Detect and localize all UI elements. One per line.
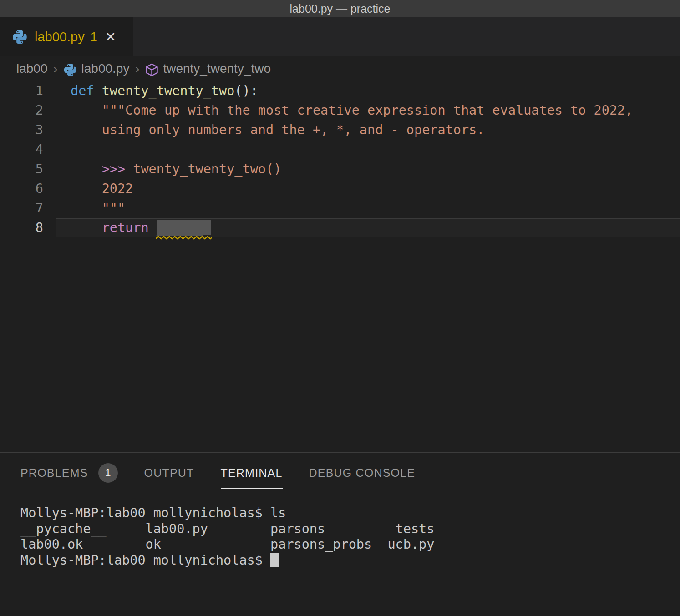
line-content [56,140,680,159]
code-token: """ [102,201,125,216]
line-content: return ______ [56,218,680,237]
code-token [71,181,102,196]
code-line[interactable]: 3 using only numbers and the +, *, and -… [0,120,680,140]
breadcrumb-file[interactable]: lab00.py [81,61,130,76]
terminal-cursor [270,553,279,567]
line-number: 6 [0,179,56,198]
terminal-line: Mollys-MBP:lab00 mollynicholas$ ls [20,505,680,521]
terminal-line: __pycache__ lab00.py parsons tests [20,521,680,537]
bottom-panel: PROBLEMS1OUTPUTTERMINALDEBUG CONSOLE Mol… [0,452,680,615]
line-content: def twenty_twenty_two(): [56,81,680,101]
line-content: """ [56,198,680,218]
line-number: 5 [0,159,56,179]
code-token [71,122,102,137]
terminal[interactable]: Mollys-MBP:lab00 mollynicholas$ ls__pyca… [0,493,680,568]
code-token: >>> [102,162,125,177]
code-line[interactable]: 5 >>> twenty_twenty_two() [0,159,680,179]
breadcrumb-folder[interactable]: lab00 [16,61,48,76]
line-number: 4 [0,140,56,159]
breadcrumb-symbol[interactable]: twenty_twenty_two [163,61,271,76]
python-icon [12,29,28,45]
panel-tab-debug-console[interactable]: DEBUG CONSOLE [309,453,416,493]
warning-squiggle-icon [156,236,212,240]
code-token: 2022 [102,181,133,196]
line-content: using only numbers and the +, *, and - o… [56,120,680,140]
terminal-line: Mollys-MBP:lab00 mollynicholas$ [20,553,680,569]
code-token: (): [234,83,258,98]
code-token: """Come up with the most creative expres… [102,103,633,118]
code-token [71,162,102,177]
code-token: using only numbers and the +, *, and - o… [102,122,485,137]
chevron-right-icon: › [135,61,139,76]
panel-tabs: PROBLEMS1OUTPUTTERMINALDEBUG CONSOLE [0,453,680,493]
line-content: """Come up with the most creative expres… [56,101,680,120]
line-number: 2 [0,101,56,120]
symbol-cube-icon [145,63,159,77]
line-content: >>> twenty_twenty_two() [56,159,680,179]
terminal-line: lab00.ok ok parsons_probs ucb.py [20,537,680,553]
tab-filename: lab00.py [35,30,85,45]
code-token [94,83,101,98]
code-token: def [71,83,94,98]
editor-tab-lab00[interactable]: lab00.py 1 ✕ [0,17,133,56]
editor[interactable]: 1def twenty_twenty_two():2 """Come up wi… [0,81,680,452]
panel-tab-output[interactable]: OUTPUT [144,453,194,493]
code-token: twenty_twenty_two() [125,162,281,177]
titlebar: lab00.py — practice [0,0,680,17]
python-icon [63,63,77,77]
window-title: lab00.py — practice [290,2,391,15]
panel-tab-problems[interactable]: PROBLEMS1 [20,453,118,493]
problems-count-badge: 1 [98,463,118,483]
chevron-right-icon: › [53,61,58,76]
code-line[interactable]: 8 return ______ [0,218,680,237]
code-token [71,103,102,118]
code-line[interactable]: 4 [0,140,680,159]
line-number: 7 [0,198,56,218]
line-number: 8 [0,218,56,237]
code-line[interactable]: 1def twenty_twenty_two(): [0,81,680,101]
code-token: return [102,220,149,235]
code-token: twenty_twenty_two [102,83,235,98]
line-number: 3 [0,120,56,140]
panel-tab-label: PROBLEMS [20,466,88,480]
code-line[interactable]: 2 """Come up with the most creative expr… [0,101,680,120]
code-token [71,220,102,235]
close-icon[interactable]: ✕ [105,29,116,45]
breadcrumb: lab00 › lab00.py › twenty_twenty_two [0,56,680,81]
panel-tab-label: OUTPUT [144,466,194,480]
code-token [149,220,157,235]
line-content: 2022 [56,179,680,198]
line-number: 1 [0,81,56,101]
tab-bar: lab00.py 1 ✕ [0,17,680,56]
blank-placeholder: ______ [157,220,211,235]
panel-tab-terminal[interactable]: TERMINAL [221,453,283,493]
code-line[interactable]: 6 2022 [0,179,680,198]
panel-tab-label: TERMINAL [221,466,283,480]
code-line[interactable]: 7 """ [0,198,680,218]
panel-tab-label: DEBUG CONSOLE [309,466,416,480]
code-token [71,201,102,216]
tab-problem-count: 1 [91,30,97,44]
